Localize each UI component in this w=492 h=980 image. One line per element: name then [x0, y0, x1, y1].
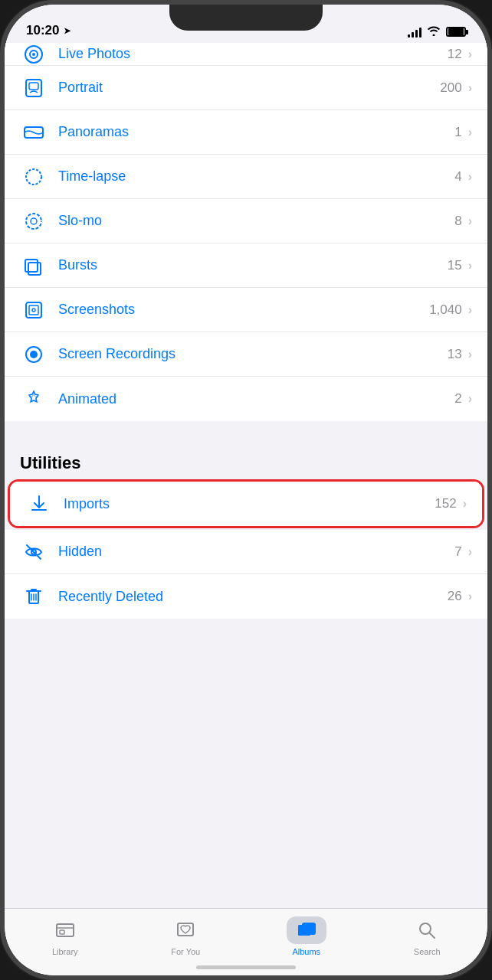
list-item-imports[interactable]: Imports 152 › — [10, 482, 482, 526]
svg-rect-10 — [28, 263, 41, 275]
search-tab-label: Search — [414, 947, 441, 956]
screenrecordings-icon — [20, 341, 48, 368]
list-item-hidden[interactable]: Hidden 7 › — [5, 530, 487, 574]
bursts-chevron: › — [468, 259, 472, 273]
screenshots-chevron: › — [468, 303, 472, 317]
slomo-label: Slo-mo — [58, 213, 454, 229]
svg-rect-22 — [60, 930, 64, 934]
utilities-section-imports: Imports 152 › — [10, 482, 482, 526]
slomo-chevron: › — [468, 214, 472, 228]
phone-screen: 10:20 ➤ — [5, 5, 487, 975]
panoramas-icon — [20, 119, 48, 146]
screenshots-count: 1,040 — [429, 302, 462, 318]
battery-icon — [446, 27, 466, 37]
screenshots-icon — [20, 296, 48, 324]
live-photos-count: 12 — [448, 47, 462, 62]
tab-library[interactable]: Library — [5, 916, 126, 956]
location-arrow-icon: ➤ — [64, 26, 71, 36]
phone-frame: 10:20 ➤ — [0, 0, 492, 980]
svg-point-8 — [31, 218, 37, 224]
list-item-panoramas[interactable]: Panoramas 1 › — [5, 110, 487, 155]
svg-rect-9 — [25, 260, 38, 272]
hidden-icon — [20, 538, 48, 566]
portrait-icon — [20, 74, 48, 102]
screenrecordings-label: Screen Recordings — [58, 346, 448, 362]
recentlydeleted-chevron: › — [468, 590, 472, 603]
live-photos-label: Live Photos — [58, 46, 448, 62]
tab-albums[interactable]: Albums — [246, 916, 367, 956]
list-item-portrait[interactable]: Portrait 200 › — [5, 66, 487, 110]
media-types-section: Live Photos 12 › Portrait 200 — [5, 43, 487, 421]
svg-line-28 — [430, 933, 435, 939]
screenshots-label: Screenshots — [58, 302, 429, 318]
imports-icon — [25, 490, 53, 518]
portrait-label: Portrait — [58, 80, 440, 96]
hidden-label: Hidden — [58, 544, 454, 560]
imports-label: Imports — [64, 496, 435, 512]
search-icon — [416, 920, 438, 941]
home-indicator — [196, 965, 296, 969]
hidden-chevron: › — [468, 545, 472, 559]
utilities-separator — [5, 421, 487, 438]
recentlydeleted-icon — [20, 583, 48, 610]
foryou-tab-label: For You — [171, 947, 200, 956]
svg-rect-12 — [29, 305, 38, 315]
search-tab-icon-wrap — [407, 916, 447, 944]
list-item-bursts[interactable]: Bursts 15 › — [5, 243, 487, 288]
bursts-icon — [20, 252, 48, 279]
svg-point-13 — [32, 309, 35, 312]
list-item-animated[interactable]: Animated 2 › — [5, 377, 487, 421]
status-time: 10:20 ➤ — [26, 23, 71, 38]
panoramas-label: Panoramas — [58, 124, 454, 140]
timelapse-count: 4 — [454, 169, 461, 185]
library-icon — [54, 920, 76, 941]
timelapse-icon — [20, 163, 48, 191]
utilities-header: Utilities — [5, 438, 487, 479]
signal-bar-3 — [415, 30, 418, 38]
albums-icon — [296, 920, 317, 941]
signal-bar-2 — [412, 32, 414, 38]
screenrecordings-count: 13 — [448, 347, 462, 362]
list-item-screenshots[interactable]: Screenshots 1,040 › — [5, 288, 487, 332]
timelapse-chevron: › — [468, 170, 472, 184]
signal-bar-4 — [419, 28, 421, 38]
notch — [169, 5, 323, 31]
svg-point-6 — [26, 169, 41, 185]
list-item-screenrecordings[interactable]: Screen Recordings 13 › — [5, 332, 487, 377]
recentlydeleted-label: Recently Deleted — [58, 589, 448, 605]
svg-rect-21 — [57, 924, 74, 936]
svg-point-15 — [30, 351, 38, 358]
albums-tab-label: Albums — [292, 947, 320, 956]
portrait-chevron: › — [468, 81, 472, 95]
animated-count: 2 — [454, 391, 461, 407]
imports-chevron: › — [463, 497, 467, 511]
bursts-count: 15 — [448, 258, 462, 273]
scroll-container[interactable]: Live Photos 12 › Portrait 200 — [5, 43, 487, 908]
recentlydeleted-count: 26 — [448, 589, 462, 604]
panoramas-chevron: › — [468, 126, 472, 139]
svg-rect-26 — [298, 925, 310, 936]
svg-point-2 — [32, 53, 35, 56]
hidden-count: 7 — [454, 544, 461, 560]
screenrecordings-chevron: › — [468, 348, 472, 361]
portrait-count: 200 — [440, 80, 461, 96]
list-item-timelapse[interactable]: Time-lapse 4 › — [5, 155, 487, 199]
tab-search[interactable]: Search — [367, 916, 488, 956]
signal-bars-icon — [408, 27, 421, 38]
animated-chevron: › — [468, 392, 472, 406]
list-item-slomo[interactable]: Slo-mo 8 › — [5, 199, 487, 243]
signal-bar-1 — [408, 34, 410, 38]
svg-point-7 — [26, 214, 41, 229]
foryou-icon — [175, 920, 196, 941]
list-item-live-photos[interactable]: Live Photos 12 › — [5, 43, 487, 66]
tab-foryou[interactable]: For You — [126, 916, 247, 956]
animated-label: Animated — [58, 391, 454, 407]
svg-line-17 — [27, 545, 41, 559]
library-tab-label: Library — [52, 947, 78, 956]
list-item-recentlydeleted[interactable]: Recently Deleted 26 › — [5, 574, 487, 619]
imports-highlight-border: Imports 152 › — [8, 479, 484, 528]
foryou-tab-icon-wrap — [166, 916, 205, 944]
battery-fill — [448, 28, 464, 35]
albums-tab-icon-wrap — [287, 916, 326, 944]
animated-icon — [20, 385, 48, 413]
